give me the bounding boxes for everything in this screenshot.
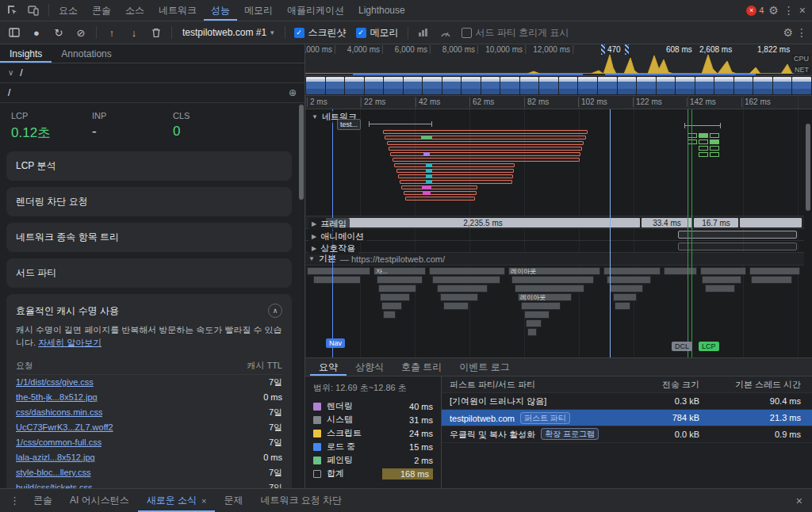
frame-duration-segment[interactable] [740, 218, 802, 227]
screenshot-thumbnail[interactable] [773, 77, 792, 94]
network-cluster-box[interactable] [699, 133, 708, 138]
drawer-tab-2[interactable]: 새로운 소식× [138, 489, 216, 512]
gc-stats-icon[interactable] [414, 24, 433, 41]
close-devtools-icon[interactable]: × [799, 5, 806, 16]
record-button[interactable]: ● [27, 24, 46, 41]
flame-task-block[interactable] [524, 311, 550, 319]
network-cluster-box[interactable] [688, 133, 697, 138]
flame-task-block[interactable] [383, 311, 396, 319]
cache-table-row[interactable]: style-bloc...llery.css7일 [16, 465, 282, 480]
flame-task-block[interactable] [702, 276, 741, 284]
network-cluster-box[interactable] [710, 133, 719, 138]
network-request-chip[interactable] [426, 169, 432, 173]
trace-breadcrumb-row[interactable]: ∨ / [0, 63, 304, 83]
flame-task-block[interactable] [603, 267, 661, 275]
network-cluster-box[interactable] [710, 146, 719, 151]
animation-event-box[interactable] [678, 231, 797, 239]
inspect-element-icon[interactable] [3, 2, 22, 19]
screenshot-thumbnail[interactable] [404, 77, 423, 94]
frames-track-header[interactable]: ▶ 프레임 [308, 218, 350, 230]
tracks-scrollbar[interactable] [806, 113, 810, 354]
collapse-chevron-icon[interactable]: ∧ [268, 304, 282, 318]
request-link[interactable]: lala-azizl...8x512.jpg [16, 453, 95, 462]
devtools-tab-1[interactable]: 콘솔 [85, 0, 118, 21]
screenshot-thumbnail[interactable] [481, 77, 500, 94]
network-request-bar[interactable] [401, 185, 477, 189]
screenshot-thumbnail[interactable] [384, 77, 403, 94]
panel-settings-gear-icon[interactable]: ⚙ [783, 27, 793, 38]
page-url-row[interactable]: / ⊕ [0, 83, 304, 103]
screenshot-thumbnail[interactable] [578, 77, 597, 94]
network-request-chip[interactable] [426, 174, 432, 178]
cache-table-row[interactable]: lala-azizl...8x512.jpg0 ms [16, 450, 282, 465]
network-request-bar[interactable] [387, 141, 584, 145]
save-profile-icon[interactable]: ↓ [124, 24, 144, 41]
learn-more-link[interactable]: 자세히 알아보기 [38, 338, 102, 347]
devtools-tab-5[interactable]: 메모리 [237, 0, 280, 21]
screenshot-thumbnail[interactable] [637, 77, 656, 94]
entity-col-1[interactable]: 전송 크기 [626, 379, 699, 391]
request-link[interactable]: build/css/tickets.css [16, 483, 93, 488]
network-request-bar[interactable] [393, 158, 580, 162]
error-count-badge[interactable]: × 4 [746, 6, 764, 16]
network-cluster-box[interactable] [710, 152, 719, 157]
devtools-tab-4[interactable]: 성능 [204, 0, 237, 21]
screenshot-thumbnail[interactable] [734, 77, 753, 94]
drawer-close[interactable]: × [791, 489, 807, 512]
settings-gear-icon[interactable]: ⚙ [768, 5, 779, 16]
flame-task-block[interactable] [381, 302, 402, 310]
network-request-chip[interactable] [423, 191, 431, 195]
screenshot-thumbnail[interactable] [676, 77, 695, 94]
flame-task-block[interactable]: 자... [373, 267, 426, 275]
panel-more-menu-icon[interactable]: ⋮ [796, 27, 807, 38]
screenshot-thumbnail[interactable] [559, 77, 578, 94]
network-cluster-box[interactable] [699, 152, 708, 157]
details-tab-3[interactable]: 이벤트 로그 [450, 358, 518, 376]
network-request-bar[interactable] [383, 130, 588, 134]
screenshot-thumbnail[interactable] [500, 77, 519, 94]
cache-table-row[interactable]: 1/1/dist/css/give.css7일 [16, 375, 282, 390]
screenshot-thumbnail[interactable] [792, 77, 811, 94]
flame-task-block[interactable] [521, 302, 561, 310]
delete-trace-icon[interactable] [147, 24, 166, 41]
flame-task-block[interactable] [432, 276, 500, 284]
field-target-icon[interactable]: ⊕ [289, 88, 297, 97]
screenshot-thumbnail[interactable] [423, 77, 442, 94]
drawer-tab-3[interactable]: 문제 [215, 489, 251, 512]
flame-task-block[interactable] [607, 276, 651, 284]
network-request-chip[interactable] [422, 185, 431, 189]
entity-row[interactable]: [기여원이 드러나지 않음]0.3 kB90.4 ms [442, 393, 812, 410]
screenshot-thumbnail[interactable] [598, 77, 617, 94]
scrollbar-thumb[interactable] [806, 124, 810, 211]
drawer-tab-1[interactable]: AI 어시스턴스 [61, 489, 138, 512]
cache-table-row[interactable]: the-5th-jk...8x512.jpg0 ms [16, 390, 282, 405]
devtools-tab-0[interactable]: 요소 [52, 0, 85, 21]
request-link[interactable]: UcC73FwrK3...ZL7.woff2 [16, 422, 113, 432]
flame-task-block[interactable] [527, 328, 537, 336]
network-cluster-box[interactable] [699, 146, 708, 151]
insight-card-0[interactable]: LCP 분석 [6, 151, 292, 181]
load-profile-icon[interactable]: ↑ [102, 24, 121, 41]
throttling-gauge-icon[interactable] [436, 24, 455, 41]
insight-card-2[interactable]: 네트워크 종속 항목 트리 [6, 223, 292, 252]
devtools-tab-2[interactable]: 소스 [118, 0, 151, 21]
main-thread-flamechart[interactable]: 자...레이아웃레이아웃NavDCLLCP [305, 266, 804, 357]
cache-table-row[interactable]: 1/css/common-full.css7일 [16, 435, 282, 450]
main-thread-track-header[interactable]: ▼ 기본 — https://testpilotweb.com/ [305, 253, 804, 266]
screenshot-thumbnail[interactable] [442, 77, 462, 94]
flame-task-block[interactable] [700, 267, 746, 275]
request-link[interactable]: style-bloc...llery.css [16, 468, 91, 477]
flame-task-block[interactable] [705, 285, 735, 292]
cache-table-row[interactable]: UcC73FwrK3...ZL7.woff27일 [16, 420, 282, 435]
screenshot-thumbnail[interactable] [753, 77, 772, 94]
drawer-tab-0[interactable]: 콘솔 [25, 489, 61, 512]
network-request-chip[interactable] [423, 152, 430, 156]
flame-task-block[interactable] [443, 302, 469, 310]
record-and-reload-button[interactable]: ↻ [49, 24, 68, 41]
frames-track[interactable]: ▶ 프레임 2,235.5 ms33.4 ms16.7 ms [305, 216, 804, 229]
screenshot-thumbnail[interactable] [306, 77, 325, 94]
screenshot-thumbnail[interactable] [326, 77, 345, 94]
screenshot-thumbnail[interactable] [462, 77, 481, 94]
devtools-tab-7[interactable]: Lighthouse [351, 0, 412, 21]
frame-duration-segment[interactable]: 2,235.5 ms [326, 218, 640, 227]
